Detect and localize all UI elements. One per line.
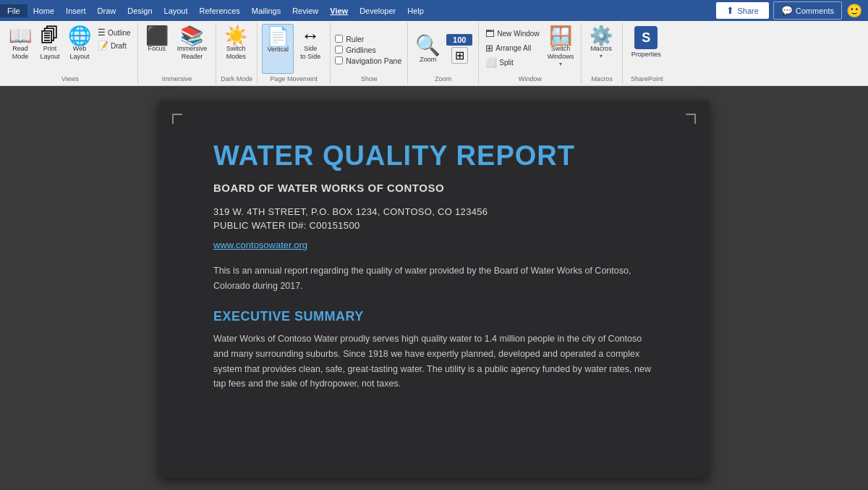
side-to-side-icon: ↔️ [301,26,320,45]
immersive-reader-icon: 📚 [180,26,203,45]
menu-layout[interactable]: Layout [158,4,194,17]
show-group: Ruler Gridlines Navigation Pane Show [331,22,408,84]
page-movement-group: 📄 Vertical ↔️ Sideto Side Page Movement [258,22,331,84]
zoom-fit-icon: ⊞ [455,48,464,62]
zoom-group-label: Zoom [408,75,478,83]
immersive-group: ⬛ Focus 📚 ImmersiveReader Immersive [138,22,217,84]
ribbon-toolbar: 📖 ReadMode 🗐 PrintLayout 🌐 WebLayout ☰ O… [0,21,868,86]
menu-draw[interactable]: Draw [92,4,122,17]
ruler-checkbox[interactable]: Ruler [335,35,401,43]
comments-button[interactable]: 💬 Comments [773,1,842,20]
zoom-icon: 🔍 [415,35,441,56]
switch-modes-button[interactable]: ☀️ Switch Modes [221,24,251,63]
vertical-button[interactable]: 📄 Vertical [262,24,294,74]
outline-icon: ☰ [98,28,106,38]
executive-summary-title: EXECUTIVE SUMMARY [213,309,655,324]
sharepoint-group: S Properties SharePoint [623,22,671,84]
new-window-icon: 🗔 [485,28,495,39]
document-website[interactable]: www.contosowater.org [213,240,655,250]
arrange-all-icon: ⊞ [485,43,493,54]
macros-button[interactable]: ⚙️ Macros ▾ [586,24,616,62]
views-group: 📖 ReadMode 🗐 PrintLayout 🌐 WebLayout ☰ O… [3,22,138,84]
immersive-reader-button[interactable]: 📚 ImmersiveReader [174,24,210,74]
document-address2: PUBLIC WATER ID#: C00151500 [213,220,655,231]
split-icon: ⬜ [485,57,497,68]
menu-review[interactable]: Review [286,4,324,17]
app-file-menu[interactable]: File [0,4,27,17]
page-corner-tr [686,114,696,124]
comment-icon: 💬 [781,5,793,16]
show-group-label: Show [331,75,407,83]
document-area: WATER QUALITY REPORT BOARD OF WATER WORK… [0,86,868,490]
menu-help[interactable]: Help [401,4,430,17]
executive-summary-body: Water Works of Contoso Water proudly ser… [213,331,655,392]
dark-mode-group: ☀️ Switch Modes Dark Mode [216,22,258,84]
window-group: 🗔 New Window ⊞ Arrange All ⬜ Split 🪟 Swi… [479,22,582,84]
arrange-all-button[interactable]: ⊞ Arrange All [483,41,541,55]
window-group-label: Window [479,75,581,83]
sharepoint-group-label: SharePoint [623,75,671,83]
focus-icon: ⬛ [145,26,169,45]
menu-bar: File Home Insert Draw Design Layout Refe… [0,0,868,21]
properties-button[interactable]: S Properties [627,24,665,60]
menu-developer[interactable]: Developer [354,4,401,17]
zoom-fit-button[interactable]: ⊞ [451,47,468,64]
navigation-pane-checkbox[interactable]: Navigation Pane [335,56,401,65]
document-intro: This is an annual report regarding the q… [213,263,655,293]
macros-icon: ⚙️ [590,26,613,45]
draft-icon: 📝 [98,41,109,51]
switch-windows-icon: 🪟 [549,26,572,45]
print-layout-button[interactable]: 🗐 PrintLayout [36,24,64,74]
document-page: WATER QUALITY REPORT BOARD OF WATER WORK… [159,101,709,478]
immersive-group-label: Immersive [138,75,216,83]
switch-windows-button[interactable]: 🪟 SwitchWindows ▾ [545,24,577,69]
share-icon: ⬆ [726,5,734,16]
vertical-icon: 📄 [266,27,289,46]
menu-insert[interactable]: Insert [60,4,92,17]
document-title: WATER QUALITY REPORT [213,140,655,172]
macros-group: ⚙️ Macros ▾ Macros [582,22,623,84]
zoom-100-button[interactable]: 100 [446,34,472,46]
gridlines-checkbox[interactable]: Gridlines [335,46,401,54]
switch-modes-icon: ☀️ [224,26,247,45]
menu-home[interactable]: Home [27,4,60,17]
dark-mode-group-label: Dark Mode [216,75,257,83]
page-corner-tl [172,114,182,124]
macros-group-label: Macros [582,75,622,83]
split-button[interactable]: ⬜ Split [483,56,541,69]
document-address1: 319 W. 4TH STREET, P.O. BOX 1234, CONTOS… [213,204,655,220]
menu-view[interactable]: View [324,4,354,17]
menu-references[interactable]: References [194,4,246,17]
menu-mailings[interactable]: Mailings [246,4,286,17]
focus-button[interactable]: ⬛ Focus [142,24,171,74]
read-mode-icon: 📖 [9,26,32,45]
views-group-label: Views [3,75,137,83]
switch-windows-dropdown-icon: ▾ [559,61,562,67]
new-window-button[interactable]: 🗔 New Window [483,27,541,41]
share-button[interactable]: ⬆ Share [716,2,768,19]
properties-icon: S [634,26,658,49]
zoom-button[interactable]: 🔍 Zoom [412,33,443,65]
side-to-side-button[interactable]: ↔️ Sideto Side [297,24,324,74]
print-layout-icon: 🗐 [41,26,59,45]
zoom-group: 🔍 Zoom 100 ⊞ Zoom [408,22,479,84]
draft-button[interactable]: 📝 Draft [95,40,133,51]
menu-design[interactable]: Design [122,4,158,17]
document-subtitle: BOARD OF WATER WORKS OF CONTOSO [213,182,655,194]
macros-dropdown-icon: ▾ [600,53,603,59]
smiley-icon: 🙂 [846,3,862,19]
page-movement-group-label: Page Movement [258,75,330,83]
web-layout-button[interactable]: 🌐 WebLayout [65,24,94,74]
read-mode-button[interactable]: 📖 ReadMode [6,24,35,74]
web-layout-icon: 🌐 [68,26,91,45]
outline-button[interactable]: ☰ Outline [95,27,133,38]
